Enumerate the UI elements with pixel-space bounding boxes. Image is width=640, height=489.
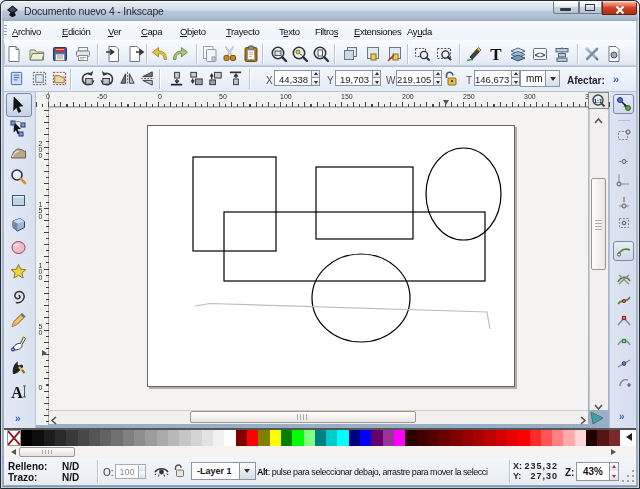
svg-text:A: A	[11, 384, 23, 400]
svg-text:<>: <>	[535, 50, 546, 60]
svg-text:T: T	[490, 45, 502, 63]
svg-text:1:1: 1:1	[594, 98, 603, 104]
